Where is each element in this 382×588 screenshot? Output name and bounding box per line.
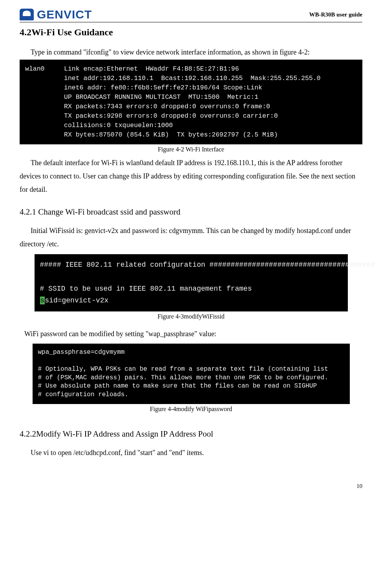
terminal-ifconfig-output: wlan0 Link encap:Ethernet HWaddr F4:B8:5…: [20, 60, 362, 144]
terminal-ssid-config: ##### IEEE 802.11 related configuration …: [35, 254, 348, 311]
logo: GENVICT: [20, 8, 92, 21]
section-4-2-intro-paragraph: Type in command "ifconfig" to view devic…: [20, 46, 362, 59]
page-number: 10: [20, 483, 362, 490]
cursor-highlight: s: [40, 297, 45, 304]
figure-4-3-caption: Figure 4-3modifyWiFissid: [20, 313, 362, 320]
section-4-2-1-password-paragraph: WiFi password can be modified by setting…: [24, 327, 362, 340]
section-4-2-2-heading: 4.2.2Modify Wi-Fi IP Address and Assign …: [20, 429, 362, 439]
terminal-passphrase-config: wpa_passphrase=cdgvmymm # Optionally, WP…: [33, 344, 350, 404]
page-header: GENVICT WB-R30B user guide: [20, 8, 362, 22]
text: Type in command "ifconfig" to view devic…: [31, 48, 310, 56]
section-4-2-2-paragraph: Use vi to open /etc/udhcpd.conf, find "s…: [20, 446, 362, 459]
section-4-2-heading: 4.2Wi-Fi Use Guidance: [20, 27, 362, 38]
logo-text: GENVICT: [37, 8, 92, 21]
terminal-line: sid=genvict-v2x: [45, 297, 108, 304]
terminal-line: # SSID to be used in IEEE 802.11 managem…: [40, 285, 252, 293]
section-4-2-description-paragraph: The default interface for Wi-Fi is wlan0…: [20, 156, 362, 197]
terminal-line: ##### IEEE 802.11 related configuration …: [40, 261, 375, 269]
logo-icon: [20, 9, 34, 20]
figure-4-2-caption: Figure 4-2 Wi-Fi Interface: [20, 146, 362, 153]
document-title: WB-R30B user guide: [309, 11, 362, 18]
section-4-2-1-intro-paragraph: Initial WiFissid is: genvict-v2x and pas…: [20, 224, 362, 251]
figure-4-4-caption: Figure 4-4modify WiFipassword: [20, 406, 362, 413]
section-4-2-1-heading: 4.2.1 Change Wi-Fi broadcast ssid and pa…: [20, 207, 362, 217]
